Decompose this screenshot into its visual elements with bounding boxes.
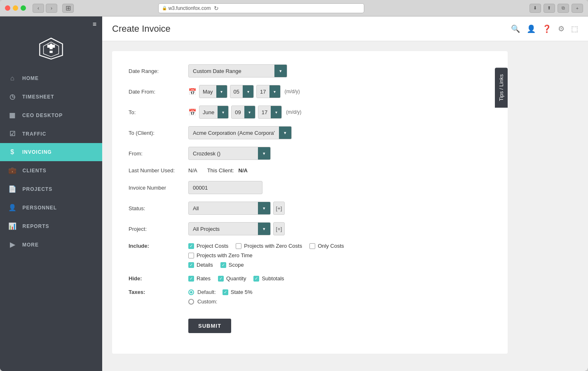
status-plus-button[interactable]: [+] xyxy=(273,202,285,215)
sidebar-item-projects[interactable]: 📄 PROJECTS xyxy=(0,180,102,198)
project-chevron[interactable] xyxy=(258,222,270,235)
year-from-dropdown[interactable]: 17 xyxy=(256,85,280,98)
help-icon[interactable]: ❓ xyxy=(542,24,551,33)
taxes-custom-row: Custom: xyxy=(188,298,253,305)
close-button[interactable] xyxy=(5,5,10,11)
day-to-dropdown[interactable]: 09 xyxy=(231,106,255,119)
to-client-dropdown[interactable]: Acme Corporation (Acme Corpora' xyxy=(188,126,292,139)
project-dropdown[interactable]: All Projects xyxy=(188,222,271,235)
default-radio[interactable] xyxy=(188,289,194,295)
hamburger-menu-icon[interactable]: ≡ xyxy=(93,21,96,28)
projects-zero-costs-checkbox[interactable] xyxy=(236,243,241,249)
details-checkbox-item[interactable]: ✓ Details xyxy=(188,262,213,268)
logout-icon[interactable]: ⬚ xyxy=(571,24,578,33)
month-to-chevron[interactable] xyxy=(218,106,228,119)
rates-checkbox-item[interactable]: ✓ Rates xyxy=(188,275,211,282)
sidebar-item-more[interactable]: ▶ MORE xyxy=(0,235,102,254)
forward-button[interactable]: › xyxy=(46,4,57,13)
invoice-number-label: Invoice Number xyxy=(129,185,188,191)
sidebar-item-personnel[interactable]: 👤 PERSONNEL xyxy=(0,198,102,217)
date-to-row: To: 📅 June 09 1 xyxy=(129,106,491,119)
state-checkbox-item[interactable]: ✓ State 5% xyxy=(223,289,253,295)
day-to-chevron[interactable] xyxy=(244,106,255,119)
content-area: Tips / Links Date Range: Custom Date Ran… xyxy=(102,41,588,371)
project-costs-checkbox[interactable]: ✓ xyxy=(188,243,194,249)
download-icon[interactable]: ⬇ xyxy=(529,4,541,13)
date-range-dropdown[interactable]: Custom Date Range xyxy=(188,64,287,77)
status-chevron[interactable] xyxy=(258,202,270,215)
reload-button[interactable]: ↻ xyxy=(214,5,219,12)
year-to-chevron[interactable] xyxy=(271,106,281,119)
contact-card-icon[interactable]: 👤 xyxy=(527,24,536,33)
date-from-format: (m/d/y) xyxy=(285,89,300,94)
details-label: Details xyxy=(197,262,213,268)
to-client-chevron[interactable] xyxy=(279,126,291,139)
back-button[interactable]: ‹ xyxy=(33,4,44,13)
search-icon[interactable]: 🔍 xyxy=(511,24,520,33)
fullscreen-icon[interactable]: ⧉ xyxy=(558,4,569,13)
settings-icon[interactable]: ⚙ xyxy=(558,24,565,33)
day-from-dropdown[interactable]: 05 xyxy=(230,85,254,98)
year-to-value: 17 xyxy=(258,109,271,115)
year-to-dropdown[interactable]: 17 xyxy=(258,106,282,119)
only-costs-checkbox-item[interactable]: Only Costs xyxy=(309,243,344,249)
date-range-value: Custom Date Range xyxy=(189,68,274,74)
new-tab-icon[interactable]: + xyxy=(572,4,583,13)
address-bar[interactable]: 🔒 w3.functionfox.com ↻ xyxy=(158,3,364,13)
sidebar-item-clients[interactable]: 💼 CLIENTS xyxy=(0,161,102,180)
calendar-to-icon[interactable]: 📅 xyxy=(188,108,197,116)
projects-zero-time-checkbox-item[interactable]: Projects with Zero Time xyxy=(188,252,253,258)
projects-zero-time-checkbox[interactable] xyxy=(188,253,194,258)
month-to-dropdown[interactable]: June xyxy=(199,106,229,119)
date-range-chevron[interactable] xyxy=(274,64,287,77)
sidebar-item-home[interactable]: ⌂ HOME xyxy=(0,69,102,87)
taxes-label: Taxes: xyxy=(129,289,188,295)
browser-frame: ‹ › ⊞ 🔒 w3.functionfox.com ↻ ⬇ ⬆ ⧉ + ≡ xyxy=(0,0,588,371)
custom-radio[interactable] xyxy=(188,299,194,305)
dollar-icon: $ xyxy=(8,148,16,156)
invoice-number-input[interactable] xyxy=(188,181,262,194)
sidebar-toggle-button[interactable]: ⊞ xyxy=(62,4,74,13)
scope-checkbox-item[interactable]: ✓ Scope xyxy=(220,262,244,268)
day-from-chevron[interactable] xyxy=(243,85,253,98)
sidebar-item-invoicing-label: INVOICING xyxy=(22,149,52,155)
month-from-dropdown[interactable]: May xyxy=(199,85,227,98)
sidebar-item-timesheet[interactable]: ◷ TIMESHEET xyxy=(0,87,102,106)
share-icon[interactable]: ⬆ xyxy=(543,4,555,13)
submit-button[interactable]: SUBMIT xyxy=(188,319,231,333)
maximize-button[interactable] xyxy=(21,5,26,11)
project-costs-checkbox-item[interactable]: ✓ Project Costs xyxy=(188,243,228,249)
tips-links-tab[interactable]: Tips / Links xyxy=(495,68,508,108)
chevron-down-icon xyxy=(247,89,249,94)
year-from-chevron[interactable] xyxy=(269,85,280,98)
only-costs-checkbox[interactable] xyxy=(309,243,315,249)
scope-checkbox[interactable]: ✓ xyxy=(220,262,226,268)
from-label: From: xyxy=(129,150,188,157)
sidebar-item-reports[interactable]: 📊 REPORTS xyxy=(0,217,102,235)
month-from-chevron[interactable] xyxy=(216,85,227,98)
date-from-control: 📅 May 05 17 xyxy=(188,85,300,98)
subtotals-checkbox-item[interactable]: ✓ Subtotals xyxy=(253,275,284,282)
sidebar-item-invoicing[interactable]: $ INVOICING xyxy=(0,143,102,161)
subtotals-checkbox[interactable]: ✓ xyxy=(253,276,259,282)
rates-checkbox[interactable]: ✓ xyxy=(188,276,194,282)
subtotals-label: Subtotals xyxy=(262,275,284,282)
project-plus-button[interactable]: [+] xyxy=(273,222,285,235)
sidebar-item-ceo-desktop[interactable]: ▦ CEO DESKTOP xyxy=(0,106,102,124)
hide-row: Hide: ✓ Rates ✓ Quantity xyxy=(129,275,491,282)
url-text: w3.functionfox.com xyxy=(169,5,211,11)
state-checkbox[interactable]: ✓ xyxy=(223,289,228,295)
to-client-row: To (Client): Acme Corporation (Acme Corp… xyxy=(129,126,491,139)
status-dropdown[interactable]: All xyxy=(188,202,271,215)
projects-zero-costs-checkbox-item[interactable]: Projects with Zero Costs xyxy=(236,243,302,249)
details-checkbox[interactable]: ✓ xyxy=(188,262,194,268)
date-to-label: To: xyxy=(129,109,188,115)
quantity-checkbox[interactable]: ✓ xyxy=(218,276,224,282)
minimize-button[interactable] xyxy=(13,5,18,11)
calendar-icon[interactable]: 📅 xyxy=(188,88,197,96)
from-chevron[interactable] xyxy=(258,147,270,160)
quantity-checkbox-item[interactable]: ✓ Quantity xyxy=(218,275,246,282)
sidebar-item-traffic[interactable]: ☑ TRAFFIC xyxy=(0,124,102,143)
from-dropdown[interactable]: Crozdesk () xyxy=(188,147,271,160)
app: ≡ ⌂ HOME ◷ TIMESHEET xyxy=(0,16,588,371)
